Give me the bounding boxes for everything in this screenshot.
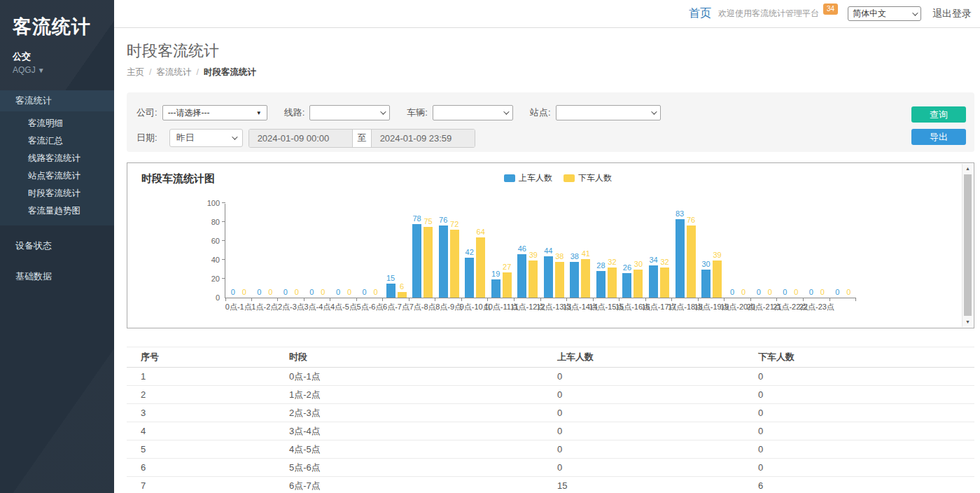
notification-badge: 34	[823, 4, 838, 15]
sidebar-item-客流量趋势图[interactable]: 客流量趋势图	[0, 202, 114, 220]
y-tick-mark	[222, 202, 225, 203]
chart-category: 303918点-19点	[699, 204, 725, 298]
table-header-cell: 下车人数	[758, 351, 974, 363]
sidebar-item-线路客流统计[interactable]: 线路客流统计	[0, 150, 114, 167]
export-button[interactable]: 导出	[911, 129, 966, 145]
station-select[interactable]	[556, 105, 661, 120]
table-cell: 0点-1点	[289, 370, 557, 383]
sidebar-menu: 客流统计客流明细客流汇总线路客流统计站点客流统计时段客流统计客流量趋势图设备状态…	[0, 90, 114, 287]
bar-value-label: 0	[730, 288, 734, 296]
x-axis-label: 3点-4点	[304, 302, 330, 312]
org-name: 公交	[13, 50, 103, 63]
sidebar-section-设备状态[interactable]: 设备状态	[0, 235, 114, 256]
chevron-down-icon	[912, 10, 918, 15]
legend-item-上车人数[interactable]: 上车人数	[504, 172, 552, 184]
start-datetime-input[interactable]: 2024-01-09 00:00	[249, 130, 352, 147]
bar-column: 0	[255, 288, 264, 298]
station-label: 站点:	[530, 106, 551, 119]
table-cell: 3点-4点	[289, 425, 557, 438]
chart-scrollbar[interactable]: ▲ ▼	[962, 164, 973, 327]
bar-value-label: 0	[257, 288, 261, 296]
table-cell: 6点-7点	[289, 480, 557, 492]
bar	[503, 272, 512, 298]
vehicle-label: 车辆:	[407, 106, 428, 119]
legend-item-下车人数[interactable]: 下车人数	[564, 172, 612, 184]
table-header-cell: 上车人数	[557, 351, 758, 363]
topbar: 首页 欢迎使用客流统计管理平台 34 简体中文 退出登录	[114, 0, 980, 28]
range-to-label: 至	[352, 130, 372, 147]
end-datetime-input[interactable]: 2024-01-09 23:59	[372, 130, 475, 147]
company-select[interactable]: ---请选择--- ▼	[162, 105, 267, 120]
table-cell: 0	[758, 426, 974, 436]
line-select[interactable]	[309, 105, 390, 120]
bar-value-label: 27	[503, 263, 511, 271]
bar-column: 0	[333, 288, 342, 298]
sidebar-item-客流汇总[interactable]: 客流汇总	[0, 132, 114, 150]
table-cell: 6	[127, 462, 289, 473]
table-cell: 0	[557, 389, 758, 400]
bar-value-label: 78	[412, 214, 421, 223]
bar-column: 6	[398, 282, 407, 298]
chart-category: 42649点-10点	[462, 204, 489, 298]
sidebar-item-站点客流统计[interactable]: 站点客流统计	[0, 167, 114, 185]
table-row: 65点-6点00	[127, 459, 974, 477]
bar-value-label: 0	[835, 288, 839, 296]
bar-value-label: 32	[608, 258, 616, 266]
chevron-down-icon	[503, 109, 509, 114]
bar	[608, 268, 617, 298]
scroll-up-icon[interactable]: ▲	[962, 164, 973, 174]
bar-column: 0	[765, 288, 774, 298]
language-select[interactable]: 简体中文	[848, 6, 921, 21]
chart-category: 1566点-7点	[383, 204, 410, 298]
table-cell: 0	[758, 444, 974, 454]
chevron-down-icon	[232, 134, 237, 139]
bar-value-label: 34	[649, 256, 657, 264]
table-cell: 2点-3点	[289, 407, 557, 419]
bar-value-label: 0	[794, 288, 798, 296]
bar	[491, 279, 500, 298]
bar-value-label: 83	[676, 209, 684, 218]
page-content: 时段客流统计 主页/客流统计/时段客流统计 公司: ---请选择--- ▼ 线路…	[114, 28, 980, 493]
breadcrumb-home[interactable]: 主页	[127, 67, 144, 77]
chart-category: 002点-3点	[278, 204, 304, 298]
sidebar-section-客流统计[interactable]: 客流统计	[0, 90, 114, 111]
query-button[interactable]: 查询	[911, 106, 966, 123]
bar-value-label: 0	[809, 288, 813, 296]
bar-value-label: 64	[477, 228, 485, 236]
scroll-down-icon[interactable]: ▼	[962, 317, 973, 327]
table-cell: 1	[127, 371, 289, 382]
bar-value-label: 0	[231, 288, 235, 296]
table-cell: 6	[758, 480, 974, 491]
bar	[544, 256, 553, 298]
legend-swatch	[564, 174, 575, 182]
y-tick-label: 20	[196, 275, 220, 283]
company-filter: 公司: ---请选择--- ▼	[136, 105, 267, 120]
date-preset-select[interactable]: 昨日	[169, 129, 243, 147]
date-filter: 日期: 昨日	[136, 129, 243, 147]
breadcrumb-section[interactable]: 客流统计	[156, 67, 191, 77]
sidebar-section-基础数据[interactable]: 基础数据	[0, 266, 114, 287]
bar-column: 0	[239, 288, 248, 298]
bar-column: 38	[570, 252, 579, 298]
sidebar-item-时段客流统计[interactable]: 时段客流统计	[0, 185, 114, 202]
bar-value-label: 0	[268, 288, 272, 296]
scrollbar-thumb[interactable]	[964, 174, 972, 316]
logout-link[interactable]: 退出登录	[932, 8, 972, 20]
vehicle-select[interactable]	[433, 105, 513, 120]
home-link[interactable]: 首页	[689, 6, 711, 21]
bar-column: 0	[844, 288, 853, 298]
table-row: 10点-1点00	[127, 368, 974, 386]
filter-panel: 公司: ---请选择--- ▼ 线路: 车辆	[127, 92, 974, 152]
table-cell: 0	[758, 408, 974, 418]
bar-value-label: 0	[741, 288, 746, 296]
org-selector[interactable]: AQGJ▼	[13, 65, 103, 75]
y-tick-label: 0	[196, 293, 220, 302]
table-cell: 0	[758, 371, 974, 382]
datetime-range: 2024-01-09 00:00 至 2024-01-09 23:59	[248, 129, 475, 148]
filter-row-1: 公司: ---请选择--- ▼ 线路: 车辆	[136, 105, 965, 120]
sidebar-item-客流明细[interactable]: 客流明细	[0, 115, 114, 132]
y-tick-label: 40	[196, 256, 220, 264]
company-label: 公司:	[136, 106, 158, 119]
chart-category: 005点-6点	[357, 204, 384, 298]
bar-column: 0	[728, 288, 737, 298]
